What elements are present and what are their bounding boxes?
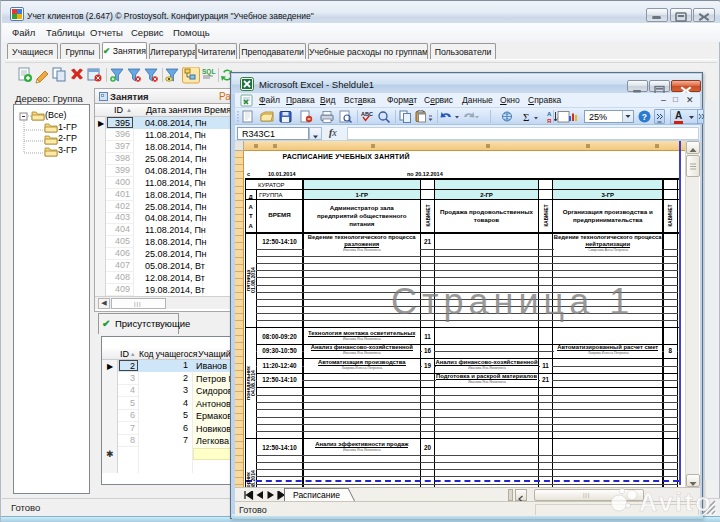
svg-text:SQL: SQL (202, 68, 215, 76)
svg-text:Avito: Avito (639, 488, 713, 516)
